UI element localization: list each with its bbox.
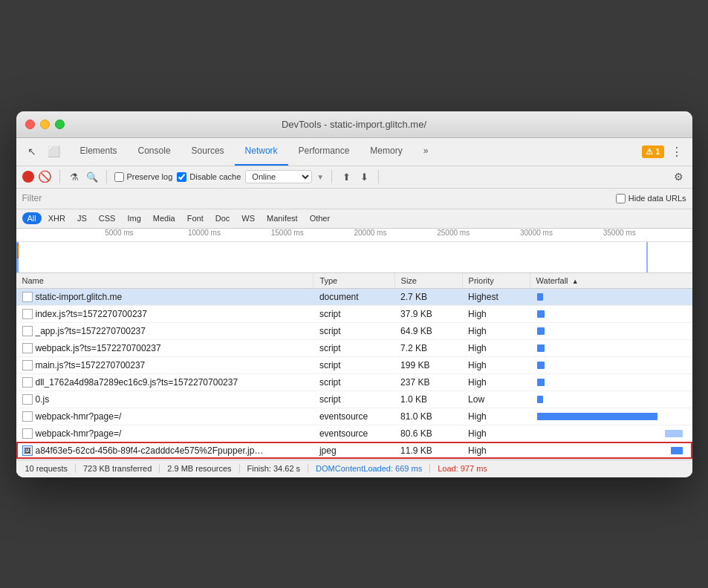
cell-name: webpack-hmr?page=/ [16,408,314,425]
waterfall-bar [537,396,543,403]
table-row[interactable]: static-import.glitch.me document 2.7 KB … [16,288,692,305]
preserve-log-label[interactable]: Preserve log [114,172,173,182]
record-button[interactable] [22,171,34,183]
gear-settings-button[interactable]: ⚙ [672,169,686,184]
col-header-name[interactable]: Name [16,273,314,289]
col-header-type[interactable]: Type [314,273,394,289]
cell-waterfall [530,408,692,425]
tab-console[interactable]: Console [128,137,181,166]
type-btn-media[interactable]: Media [148,212,181,224]
table-row[interactable]: webpack-hmr?page=/ eventsource 80.6 KB H… [16,425,692,442]
type-btn-other[interactable]: Other [305,212,336,224]
tl-indicator-yellow [18,245,19,257]
devtools-window: DevTools - static-import.glitch.me/ ↖ ⬜ … [16,111,692,477]
throttle-select[interactable]: Online No throttling Slow 3G Fast 3G [245,170,312,183]
kebab-menu-button[interactable]: ⋮ [667,142,686,161]
type-btn-css[interactable]: CSS [94,212,121,224]
type-btn-ws[interactable]: WS [236,212,260,224]
tab-elements[interactable]: Elements [70,137,128,166]
status-domcontent: DOMContentLoaded: 669 ms [308,464,430,473]
cell-waterfall [530,442,692,459]
minimize-button[interactable] [40,120,50,129]
table-row[interactable]: 0.js script 1.0 KB Low [16,391,692,408]
cell-size: 64.9 KB [394,322,462,339]
cell-type: script [314,356,394,373]
file-icon [22,360,33,370]
col-header-priority[interactable]: Priority [462,273,530,289]
cell-size: 37.9 KB [394,305,462,322]
status-requests: 10 requests [25,464,76,473]
separator-2 [106,170,107,183]
table-body: static-import.glitch.me document 2.7 KB … [16,288,692,459]
scale-5000: 5000 ms [105,229,188,241]
type-btn-js[interactable]: JS [72,212,92,224]
cell-waterfall [530,288,692,305]
timeline-area: 5000 ms 10000 ms 15000 ms 20000 ms 25000… [16,229,692,273]
tabs-right: ⚠ 1 ⋮ [642,142,686,161]
maximize-button[interactable] [55,120,65,129]
device-icon-button[interactable]: ⬜ [45,142,64,161]
filter-input[interactable] [45,193,104,203]
separator-4 [378,170,379,183]
file-name-text: webpack-hmr?page=/ [36,411,122,422]
waterfall-bar [665,430,683,437]
cell-waterfall [530,425,692,442]
separator-1 [59,170,60,183]
type-btn-font[interactable]: Font [182,212,209,224]
cell-priority: High [462,356,530,373]
table-row[interactable]: webpack.js?ts=1572270700237 script 7.2 K… [16,339,692,356]
table-row[interactable]: 🖼 a84f63e5-62cd-456b-89f4-c2adddc4e575%2… [16,442,692,459]
cell-type: document [314,288,394,305]
disable-cache-checkbox[interactable] [177,172,186,182]
close-button[interactable] [25,120,35,129]
file-icon [22,394,33,405]
hide-data-urls-checkbox[interactable] [616,194,626,203]
tab-performance[interactable]: Performance [288,137,360,166]
type-btn-img[interactable]: Img [122,212,146,224]
tab-memory[interactable]: Memory [360,137,412,166]
table-row[interactable]: dll_1762a4d98a7289ec16c9.js?ts=157227070… [16,373,692,391]
file-icon [22,411,33,422]
disable-cache-label[interactable]: Disable cache [177,172,241,182]
table-row[interactable]: webpack-hmr?page=/ eventsource 81.0 KB H… [16,408,692,425]
cell-type: script [314,373,394,391]
cell-name: index.js?ts=1572270700237 [16,305,314,322]
sort-arrow: ▲ [572,278,579,285]
file-icon-img: 🖼 [22,445,33,456]
controls-row: 🚫 ⚗ 🔍 Preserve log Disable cache Online … [16,166,692,189]
tab-sources[interactable]: Sources [181,137,235,166]
status-finish: Finish: 34.62 s [240,464,309,473]
download-icon-button[interactable]: ⬇ [357,170,371,183]
col-header-size[interactable]: Size [394,273,462,289]
network-table-wrap: Name Type Size Priority Waterfall ▲ stat [16,273,692,460]
type-btn-xhr[interactable]: XHR [43,212,71,224]
table-row[interactable]: _app.js?ts=1572270700237 script 64.9 KB … [16,322,692,339]
col-header-waterfall[interactable]: Waterfall ▲ [530,273,692,289]
cell-waterfall [530,391,692,408]
filter-icon-button[interactable]: ⚗ [68,170,81,183]
type-btn-all[interactable]: All [22,212,42,224]
type-btn-doc[interactable]: Doc [210,212,236,224]
filter-label: Filter [22,193,42,203]
table-row[interactable]: main.js?ts=1572270700237 script 199 KB H… [16,356,692,373]
upload-icon-button[interactable]: ⬆ [340,170,353,183]
tab-network[interactable]: Network [235,137,288,166]
cell-size: 80.6 KB [394,425,462,442]
scale-25000: 25000 ms [437,229,520,241]
file-name-text: dll_1762a4d98a7289ec16c9.js?ts=157227070… [36,377,238,388]
upload-download-group: ⬆ ⬇ [340,170,371,183]
hide-data-urls-label[interactable]: Hide data URLs [616,194,686,203]
cursor-icon-button[interactable]: ↖ [22,142,42,161]
preserve-log-checkbox[interactable] [114,172,124,182]
preserve-log-text: Preserve log [127,172,173,181]
type-btn-manifest[interactable]: Manifest [262,212,303,224]
cell-waterfall [530,305,692,322]
cell-priority: High [462,442,530,459]
cell-type: eventsource [314,408,394,425]
tab-more[interactable]: » [413,137,439,166]
clear-button[interactable]: 🚫 [39,170,52,183]
table-row[interactable]: index.js?ts=1572270700237 script 37.9 KB… [16,305,692,322]
status-load: Load: 977 ms [430,464,495,473]
search-icon-button[interactable]: 🔍 [85,170,99,183]
cell-priority: High [462,322,530,339]
